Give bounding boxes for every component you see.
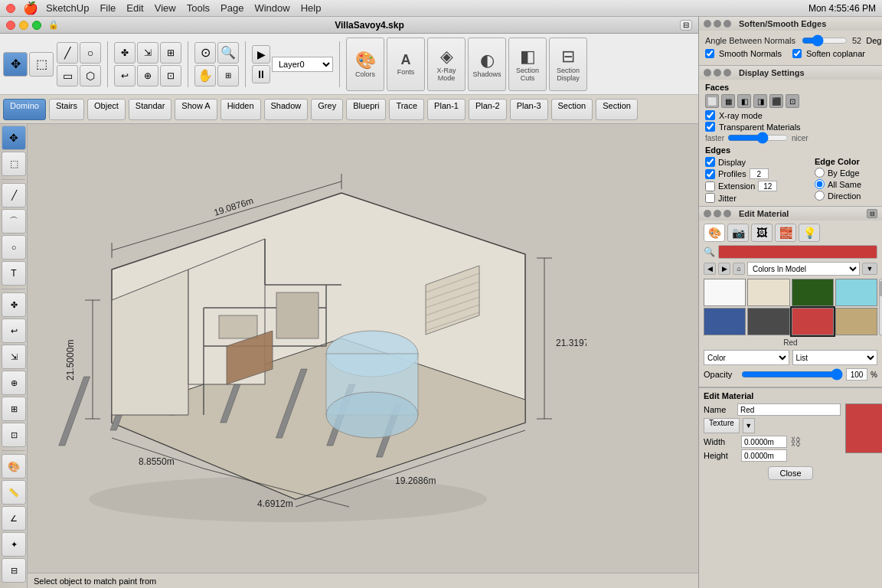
style-tab-trace[interactable]: Trace xyxy=(389,99,424,120)
zoom-tool-btn[interactable]: 🔍 xyxy=(217,42,239,64)
style-tab-shadow[interactable]: Shadow xyxy=(264,99,309,120)
style-tab-bluepri[interactable]: Bluepri xyxy=(346,99,386,120)
panel-tl-1[interactable] xyxy=(704,20,711,28)
style-tab-section1[interactable]: Section xyxy=(551,99,593,120)
pause-btn[interactable]: ⏸ xyxy=(252,65,270,83)
left-tool-followme[interactable]: ⊞ xyxy=(2,397,26,421)
transparent-check[interactable] xyxy=(705,122,715,132)
style-tab-standar[interactable]: Standar xyxy=(129,99,172,120)
apple-menu[interactable]: 🍎 xyxy=(23,1,38,15)
pushpull-tool-btn[interactable]: ⊕ xyxy=(137,65,158,87)
angle-slider[interactable] xyxy=(802,35,848,46)
swatch-white[interactable] xyxy=(704,279,746,306)
quality-slider[interactable] xyxy=(727,133,789,142)
face-style-3[interactable]: ◧ xyxy=(737,94,751,108)
move-tool-btn[interactable]: ✤ xyxy=(114,42,136,64)
left-tool-paint[interactable]: 🎨 xyxy=(2,454,26,479)
face-style-5[interactable]: ⬛ xyxy=(769,94,783,108)
all-same-radio[interactable] xyxy=(815,179,825,189)
nav-back-btn[interactable]: ◀ xyxy=(704,263,716,275)
mat-tab-photo[interactable]: 📷 xyxy=(727,224,749,242)
left-tool-shape[interactable]: ○ xyxy=(2,235,26,260)
window-close[interactable] xyxy=(6,21,15,30)
left-tool-offset[interactable]: ⊡ xyxy=(2,423,26,447)
menu-file[interactable]: File xyxy=(96,1,119,15)
window-minimize[interactable] xyxy=(19,21,28,30)
style-tab-domino[interactable]: Domino xyxy=(3,99,46,120)
left-tool-scale[interactable]: ⇲ xyxy=(2,345,26,369)
section-cuts-btn[interactable]: ◧ Section Cuts xyxy=(508,38,547,91)
rotate-tool-btn[interactable]: ↩ xyxy=(114,65,136,87)
height-input[interactable] xyxy=(741,449,787,462)
style-tab-plan1[interactable]: Plan-1 xyxy=(427,99,466,120)
swatch-dgray[interactable] xyxy=(747,308,789,335)
swatch-blue[interactable] xyxy=(704,308,746,335)
face-style-1[interactable]: ⬜ xyxy=(705,94,719,108)
xray-btn[interactable]: ◈ X-Ray Mode xyxy=(427,38,466,91)
face-style-2[interactable]: ▦ xyxy=(721,94,735,108)
left-tool-section[interactable]: ⊟ xyxy=(2,558,26,583)
display-edge-check[interactable] xyxy=(705,157,715,167)
style-tab-plan3[interactable]: Plan-3 xyxy=(510,99,548,120)
style-tab-hidden[interactable]: Hidden xyxy=(220,99,261,120)
menu-page[interactable]: Page xyxy=(217,1,247,15)
profiles-value[interactable] xyxy=(750,168,769,179)
by-edge-radio[interactable] xyxy=(815,168,825,178)
mat-tl-1[interactable] xyxy=(704,210,711,217)
direction-radio[interactable] xyxy=(815,191,825,201)
menu-sketchup[interactable]: SketchUp xyxy=(43,1,92,15)
mat-tab-color[interactable]: 🎨 xyxy=(704,224,725,242)
nav-forward-btn[interactable]: ▶ xyxy=(718,263,730,275)
rect-tool-btn[interactable]: ▭ xyxy=(57,65,78,87)
material-panel-collapse[interactable]: ⊟ xyxy=(867,209,877,218)
apple-close[interactable] xyxy=(6,4,15,13)
swatch-cyan[interactable] xyxy=(835,279,877,306)
zoomext-tool-btn[interactable]: ⊞ xyxy=(217,65,239,87)
display-tl-2[interactable] xyxy=(714,69,721,77)
extension-check[interactable] xyxy=(705,181,715,191)
left-tool-axes[interactable]: ✦ xyxy=(2,532,26,557)
window-maximize[interactable] xyxy=(32,21,41,30)
left-tool-move[interactable]: ✤ xyxy=(2,292,26,317)
left-tool-line[interactable]: ╱ xyxy=(2,183,26,207)
swatch-scrollbar[interactable] xyxy=(879,279,882,335)
nav-dropdown-btn[interactable]: ▼ xyxy=(862,263,877,275)
menu-tools[interactable]: Tools xyxy=(184,1,213,15)
colors-btn[interactable]: 🎨 Colors xyxy=(346,38,384,91)
display-tl-3[interactable] xyxy=(724,69,731,77)
opacity-value-input[interactable] xyxy=(846,368,867,381)
display-tl-1[interactable] xyxy=(704,69,711,77)
face-style-4[interactable]: ◨ xyxy=(753,94,767,108)
material-search-bar[interactable] xyxy=(718,245,877,259)
left-tool-measure[interactable]: 📏 xyxy=(2,480,26,505)
fonts-btn[interactable]: A Fonts xyxy=(387,38,425,91)
circle-tool-btn[interactable]: ○ xyxy=(80,42,101,64)
swatch-tan[interactable] xyxy=(835,308,877,335)
layer-dropdown[interactable]: Layer0 xyxy=(272,57,333,72)
width-input[interactable] xyxy=(741,436,787,448)
face-style-6[interactable]: ⊡ xyxy=(786,94,799,108)
offset-tool-btn[interactable]: ⊡ xyxy=(160,65,181,87)
texture-btn[interactable]: Texture xyxy=(704,418,740,433)
name-input[interactable] xyxy=(737,403,841,416)
style-tab-plan2[interactable]: Plan-2 xyxy=(469,99,507,120)
play-btn[interactable]: ▶ xyxy=(252,45,270,64)
line-tool-btn[interactable]: ╱ xyxy=(57,42,78,64)
followme-tool-btn[interactable]: ⊞ xyxy=(160,42,181,64)
style-tab-showa[interactable]: Show A xyxy=(175,99,217,120)
style-tab-stairs[interactable]: Stairs xyxy=(49,99,84,120)
mat-tl-3[interactable] xyxy=(724,210,731,217)
orbit-tool-btn[interactable]: ⊙ xyxy=(194,42,216,64)
swatch-cream[interactable] xyxy=(747,279,789,306)
select-tool-btn[interactable]: ✥ xyxy=(3,52,28,77)
menu-window[interactable]: Window xyxy=(251,1,292,15)
style-tab-object[interactable]: Object xyxy=(87,99,126,120)
left-tool-angle[interactable]: ∠ xyxy=(2,506,26,531)
color-type-select[interactable]: Color xyxy=(704,350,789,365)
opacity-slider[interactable] xyxy=(741,369,843,380)
list-select[interactable]: List xyxy=(792,350,878,365)
menu-view[interactable]: View xyxy=(152,1,179,15)
texture-arrow[interactable]: ▼ xyxy=(743,418,755,433)
profiles-check[interactable] xyxy=(705,169,715,179)
jitter-check[interactable] xyxy=(705,193,715,203)
